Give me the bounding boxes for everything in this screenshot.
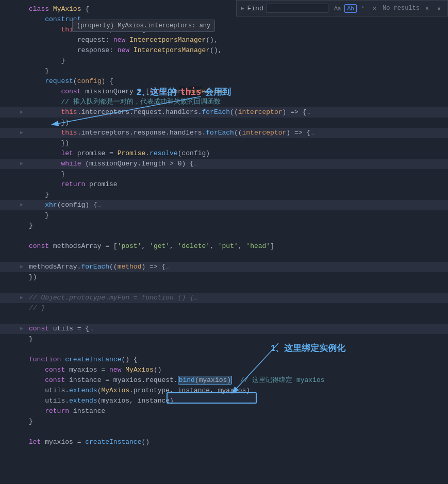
code-line-39: utils.extends(myaxios, instance) [0, 396, 448, 406]
find-close-btn[interactable]: ✕ [370, 4, 379, 13]
code-line-28 [0, 282, 448, 293]
find-case-btn[interactable]: Aa [331, 4, 343, 13]
find-nav-down[interactable]: ∨ [435, 4, 443, 12]
code-line-18: return promise [0, 179, 448, 190]
find-no-results: No results [383, 5, 420, 12]
code-line-43: let myaxios = createInstance() [0, 437, 448, 447]
code-line-12: }) [0, 118, 448, 128]
code-line-26: methodsArray.forEach((method) => {… [0, 262, 448, 272]
code-line-23 [0, 231, 448, 241]
code-line-29: // Object.prototype.myFun = function () … [0, 293, 448, 303]
code-line-31 [0, 313, 448, 324]
code-area[interactable]: 2、这里的 this 会用到 1、这里绑定实例化 class MyAxi [0, 0, 448, 484]
code-line-8: request(config) { [0, 76, 448, 87]
find-nav-up[interactable]: ∧ [423, 4, 432, 12]
code-line-40: return instance [0, 406, 448, 416]
code-line-25 [0, 252, 448, 262]
code-line-42 [0, 427, 448, 437]
code-line-35: function createInstance() { [0, 355, 448, 365]
find-arrow-icon: ▶ [241, 5, 244, 11]
code-line-21: } [0, 210, 448, 221]
code-line-37: const instance = myaxios.request.bind(my… [0, 375, 448, 386]
code-line-41: } [0, 416, 448, 427]
code-line-24: const methodsArray = ['post', 'get', 'de… [0, 241, 448, 252]
code-line-9: const missionQuery = [this.xhr, undefine… [0, 87, 448, 97]
code-line-22: } [0, 221, 448, 231]
code-line-16: while (missionQuery.length > 0) {… [0, 159, 448, 169]
code-line-6: } [0, 56, 448, 66]
code-line-34 [0, 344, 448, 355]
code-line-36: const myaxios = new MyAxios() [0, 365, 448, 375]
code-line-11: this.interceptors.request.handlers.forEa… [0, 107, 448, 118]
editor-container: ▶ Find Aa Ab .* ✕ No results ∧ ∨ (proper… [0, 0, 448, 484]
code-line-7: } [0, 66, 448, 76]
code-line-3: this.interceptors = { [0, 25, 448, 35]
code-line-10: // 推入队列都是一对的，代表成功和失败的回调函数 [0, 97, 448, 107]
code-line-19: } [0, 190, 448, 200]
code-line-32: const utils = {… [0, 324, 448, 334]
code-line-15: let promise = Promise.resolve(config) [0, 148, 448, 159]
find-whole-word-btn[interactable]: Ab [344, 4, 356, 13]
code-line-38: utils.extends(MyAxios.prototype, instanc… [0, 386, 448, 396]
code-line-4: request: new IntercetporsManager(), [0, 35, 448, 45]
code-line-5: response: new IntercetporsManager(), [0, 45, 448, 56]
find-bar[interactable]: ▶ Find Aa Ab .* ✕ No results ∧ ∨ [236, 0, 448, 16]
code-line-13: this.interceptors.response.handlers.forE… [0, 128, 448, 138]
code-line-20: xhr(config) {… [0, 200, 448, 210]
code-line-30: // } [0, 303, 448, 313]
find-options: Aa Ab .* ✕ [331, 4, 379, 13]
code-line-33: } [0, 334, 448, 344]
code-line-14: }) [0, 138, 448, 148]
code-line-17: } [0, 169, 448, 179]
find-input[interactable] [267, 4, 328, 13]
find-regex-btn[interactable]: .* [358, 4, 367, 13]
code-line-27: }) [0, 272, 448, 282]
find-label: Find [247, 5, 263, 12]
